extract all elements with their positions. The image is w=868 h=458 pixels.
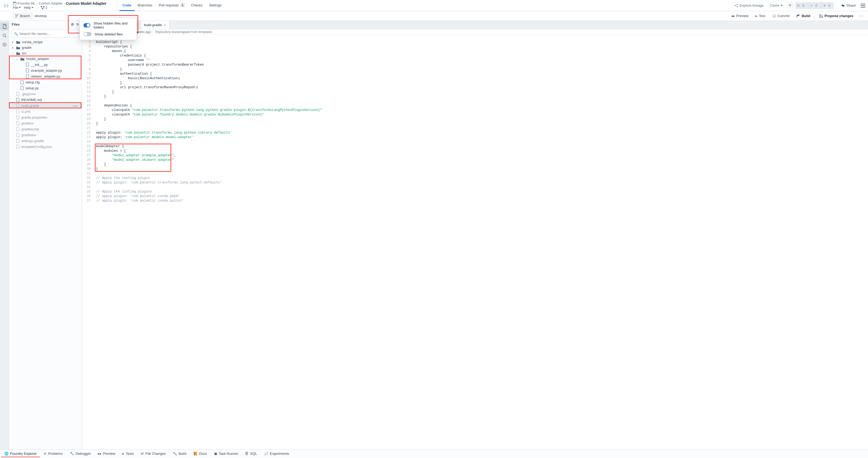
branch-left: Branch develop: [13, 13, 47, 19]
left-rail: [0, 21, 9, 450]
main: Files ⚙ ↻ 🔍 ▸conda_recipe ▸gradle ⌄src ⌄…: [0, 21, 868, 450]
svg-rect-2: [41, 6, 42, 7]
keyboard-shortcut-button[interactable]: ⌘: [787, 3, 793, 8]
sidebar-search: 🔍: [9, 28, 82, 39]
panel-experiments[interactable]: 📈Experiments: [261, 451, 292, 457]
svg-rect-4: [42, 8, 43, 9]
file-ci-yml[interactable]: ·ci.yml: [9, 109, 82, 114]
more-actions-button[interactable]: ···: [858, 14, 865, 18]
svg-rect-3: [43, 6, 44, 7]
panel-debugger[interactable]: 🔧Debugger: [67, 451, 94, 457]
file-gitignore[interactable]: ·.gitignore: [9, 91, 82, 97]
clone-button[interactable]: Clone: [768, 2, 785, 8]
propose-changes-button[interactable]: Propose changes: [816, 13, 856, 19]
branch-selector[interactable]: Branch: [13, 13, 33, 19]
preview-button[interactable]: ▸▸Preview: [729, 13, 751, 19]
svg-rect-1: [13, 2, 16, 3]
app-menu-icon[interactable]: [861, 4, 865, 7]
share-button[interactable]: Share: [838, 2, 859, 8]
file-setup-cfg[interactable]: ·setup.cfg: [9, 79, 82, 85]
sidebar-settings-icon[interactable]: ⚙: [71, 22, 74, 26]
commit-button[interactable]: Commit: [770, 13, 792, 19]
sidebar-refresh-icon[interactable]: ↻: [76, 22, 79, 26]
tab-code[interactable]: Code: [119, 0, 135, 11]
tab-branches[interactable]: Branches: [135, 0, 156, 11]
file-gradlew-bat[interactable]: ·gradlew.bat: [9, 126, 82, 132]
panel-problems[interactable]: ✔Problems: [40, 451, 66, 457]
folder-gradle[interactable]: ▸gradle: [9, 45, 82, 51]
folder-model-adapter[interactable]: ⌄model_adapter: [9, 56, 82, 62]
test-button[interactable]: ▸Test: [753, 13, 768, 19]
rail-search-icon[interactable]: [0, 31, 9, 39]
panel-sql[interactable]: 🗄SQL: [242, 451, 260, 457]
branch-icon: [15, 14, 19, 18]
file-sklearn-adapter[interactable]: ·sklearn_adapter.py: [9, 73, 82, 79]
explore-lineage-button[interactable]: Explore lineage: [732, 2, 766, 8]
svg-text:<>: <>: [5, 4, 8, 7]
svg-point-11: [17, 14, 18, 16]
bottom-bar: 🌐Foundry Explorer ✔Problems 🔧Debugger ▸▸…: [0, 450, 868, 458]
divider: [836, 3, 836, 8]
file-menu[interactable]: File: [13, 6, 21, 9]
top-bar-left: Foundry ML › Custom Adapter › Custom Mod…: [0, 0, 117, 11]
file-search-input[interactable]: [12, 30, 79, 38]
ci-status-group[interactable]: ↻0 ✓0 ✕0: [795, 2, 834, 9]
panel-task-runner[interactable]: ▣Task Runner: [211, 451, 242, 457]
chart-icon: 📈: [264, 452, 269, 456]
panel-docs[interactable]: 📙Docs: [190, 451, 210, 457]
file-gradleww[interactable]: ·gradleww: [9, 132, 82, 138]
file-init[interactable]: ·__init__.py: [9, 62, 82, 67]
switch-off-icon[interactable]: [84, 32, 91, 36]
search-icon: 🔍: [14, 32, 18, 36]
top-bar: Foundry ML › Custom Adapter › Custom Mod…: [0, 0, 868, 11]
folder-conda-recipe[interactable]: ▸conda_recipe: [9, 39, 82, 45]
branch-actions: ▸▸Preview ▸Test Commit Build Propose cha…: [729, 13, 865, 19]
file-example-adapter[interactable]: ·example_adapter.py: [9, 67, 82, 73]
file-build-gradle[interactable]: ·build.gradle•••: [9, 103, 82, 109]
breadcrumb-sep-icon: ›: [36, 2, 38, 5]
switch-on-icon[interactable]: [84, 23, 90, 27]
panel-tests[interactable]: ▸Tests: [119, 451, 137, 457]
file-tab-build-gradle[interactable]: build.gradle×: [141, 21, 169, 29]
tab-checks[interactable]: Checks: [188, 0, 206, 11]
toggle-show-deleted[interactable]: Show deleted files: [84, 31, 133, 38]
close-tab-icon[interactable]: ×: [164, 23, 166, 27]
flow-icon: [41, 6, 44, 9]
rail-files-icon[interactable]: [0, 22, 9, 30]
rail-package-icon[interactable]: [0, 40, 9, 49]
code-editor[interactable]: 1234567891011121314151617181920212223242…: [82, 35, 868, 450]
help-menu[interactable]: Help: [24, 6, 34, 9]
svg-point-17: [3, 34, 6, 36]
book-icon: 📙: [193, 452, 197, 456]
app-switcher-icon[interactable]: <>: [2, 3, 11, 19]
globe-icon: 🌐: [4, 452, 8, 456]
tab-pull-requests[interactable]: Pull requests1: [155, 0, 188, 11]
sidebar-header: Files ⚙ ↻: [9, 21, 82, 28]
panel-file-changes[interactable]: ⇄File Changes: [137, 451, 169, 457]
chevron-down-icon: [19, 7, 21, 8]
breadcrumb-sep-icon: ›: [64, 2, 65, 5]
code-content[interactable]: buildscript { repositories { maven { cre…: [94, 35, 322, 450]
file-readme[interactable]: ·README.md: [9, 97, 82, 103]
status-pending: ↻0: [795, 2, 808, 9]
file-gradlew[interactable]: ·gradlew: [9, 120, 82, 126]
panel-foundry-explorer[interactable]: 🌐Foundry Explorer: [1, 451, 40, 457]
share-icon: [841, 4, 845, 7]
file-settings-gradle[interactable]: ·settings.gradle: [9, 138, 82, 144]
star-icon[interactable]: ☆: [108, 2, 112, 6]
file-setup-py[interactable]: ·setup.py: [9, 85, 82, 91]
file-template-config[interactable]: ·templateConfig.json: [9, 144, 82, 150]
runs-indicator[interactable]: 1: [41, 6, 47, 9]
file-row-more-icon[interactable]: •••: [73, 104, 78, 108]
toggle-show-hidden[interactable]: Show hidden files and folders: [84, 20, 133, 31]
breadcrumb-root[interactable]: Foundry ML: [18, 2, 35, 5]
panel-preview[interactable]: ▸▸Preview: [95, 451, 119, 457]
panel-build[interactable]: 🔨Build: [169, 451, 190, 457]
tab-settings[interactable]: Settings: [206, 0, 225, 11]
top-menus: File Help | 1: [13, 6, 113, 9]
diff-icon: ⇄: [141, 452, 144, 456]
build-button[interactable]: Build: [794, 13, 813, 19]
file-gradle-properties[interactable]: ·gradle.properties: [9, 114, 82, 120]
breadcrumb-mid[interactable]: Custom Adapter: [39, 2, 63, 5]
folder-src[interactable]: ⌄src: [9, 51, 82, 56]
